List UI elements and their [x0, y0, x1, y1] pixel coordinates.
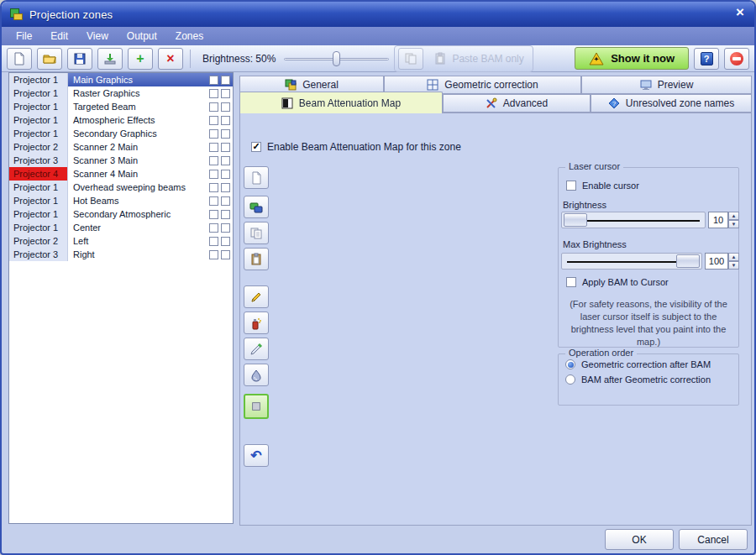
- tab-beam-attenuation-map[interactable]: Beam Attenuation Map: [239, 92, 443, 113]
- zone-checkbox[interactable]: [221, 170, 230, 179]
- zone-checkbox[interactable]: [221, 89, 230, 98]
- cursor-brightness-thumb[interactable]: [564, 213, 587, 227]
- ok-button[interactable]: OK: [605, 529, 674, 550]
- pencil-tool-button[interactable]: [244, 285, 269, 308]
- undo-button[interactable]: ↶: [244, 444, 269, 467]
- zone-row[interactable]: Projector 2Left: [9, 234, 233, 248]
- eyedropper-tool-button[interactable]: [244, 338, 269, 360]
- zone-row[interactable]: Projector 1Targeted Beam: [9, 100, 233, 113]
- zone-projector: Projector 1: [9, 86, 68, 100]
- zone-checkbox[interactable]: [221, 210, 230, 219]
- brightness-slider[interactable]: [284, 51, 389, 66]
- menu-view[interactable]: View: [77, 29, 118, 44]
- zone-checkbox[interactable]: [209, 250, 218, 259]
- paste-map-button[interactable]: [244, 248, 269, 270]
- zone-checkbox[interactable]: [209, 237, 218, 246]
- max-brightness-thumb[interactable]: [676, 254, 700, 268]
- max-brightness-value[interactable]: 100: [705, 253, 728, 270]
- zone-checkbox[interactable]: [209, 196, 218, 206]
- paste-bam-only-button[interactable]: Paste BAM only: [428, 48, 528, 70]
- operation-order-option[interactable]: BAM after Geometric correction: [565, 374, 738, 385]
- tab-unresolved-zone-names[interactable]: ? Unresolved zone names: [591, 94, 752, 113]
- plus-icon: +: [136, 53, 144, 65]
- zone-checkbox[interactable]: [209, 89, 218, 98]
- spin-up-icon[interactable]: ▲: [728, 212, 739, 220]
- apply-bam-checkbox[interactable]: [566, 277, 576, 287]
- zone-checkbox[interactable]: [221, 196, 230, 206]
- zone-checkbox[interactable]: [221, 183, 230, 192]
- cursor-brightness-slider[interactable]: [561, 212, 706, 228]
- operation-order-option[interactable]: Geometric correction after BAM: [565, 359, 738, 369]
- close-icon[interactable]: ×: [736, 5, 744, 19]
- zone-checkbox[interactable]: [221, 237, 230, 246]
- copy-button[interactable]: [398, 48, 423, 70]
- zone-row[interactable]: Projector 2Scanner 2 Main: [9, 140, 233, 154]
- menu-edit[interactable]: Edit: [41, 29, 77, 44]
- delete-zone-button[interactable]: ×: [158, 48, 183, 70]
- zone-row[interactable]: Projector 4Scanner 4 Main: [9, 167, 233, 181]
- zone-checkbox[interactable]: [209, 129, 218, 139]
- zone-checkbox[interactable]: [221, 250, 230, 259]
- menu-zones[interactable]: Zones: [166, 29, 213, 44]
- menu-file[interactable]: File: [7, 29, 41, 44]
- zone-checkbox[interactable]: [209, 102, 218, 112]
- zone-row[interactable]: Projector 3Scanner 3 Main: [9, 154, 233, 167]
- zone-checkbox[interactable]: [209, 210, 218, 219]
- zone-checkbox[interactable]: [209, 76, 218, 85]
- show-it-now-button[interactable]: Show it now: [575, 47, 689, 70]
- cancel-button[interactable]: Cancel: [679, 529, 748, 550]
- zone-row[interactable]: Projector 1Atmospheric Effects: [9, 113, 233, 127]
- zone-checkbox[interactable]: [209, 143, 218, 152]
- cursor-brightness-value[interactable]: 10: [708, 212, 728, 228]
- stop-output-button[interactable]: [724, 48, 749, 70]
- copy-between-zones-button[interactable]: [244, 196, 269, 218]
- zone-row[interactable]: Projector 1Overhead sweeping beams: [9, 181, 233, 194]
- zone-row[interactable]: Projector 1Main Graphics: [9, 73, 233, 86]
- zone-checkbox[interactable]: [209, 170, 218, 179]
- zone-row[interactable]: Projector 1Secondary Graphics: [9, 127, 233, 140]
- copy-map-button[interactable]: [244, 222, 269, 244]
- clear-map-button[interactable]: [244, 166, 269, 189]
- brightness-slider-thumb[interactable]: [333, 51, 340, 66]
- zone-checkbox[interactable]: [221, 223, 230, 233]
- projection-zones-window: Projection zones × FileEditViewOutputZon…: [0, 0, 756, 555]
- zone-row[interactable]: Projector 1Secondary Atmospheric: [9, 207, 233, 221]
- zone-row[interactable]: Projector 1Raster Graphics: [9, 86, 233, 100]
- smudge-tool-button[interactable]: [244, 364, 269, 386]
- enable-cursor-checkbox[interactable]: [566, 181, 576, 191]
- enable-bam-checkbox[interactable]: [251, 142, 261, 152]
- zone-checkbox[interactable]: [221, 116, 230, 125]
- zone-checkbox[interactable]: [209, 156, 218, 165]
- zone-row[interactable]: Projector 1Hot Beams: [9, 194, 233, 207]
- zone-checkbox[interactable]: [221, 156, 230, 165]
- tab-preview[interactable]: Preview: [581, 76, 752, 94]
- radio-button[interactable]: [565, 359, 575, 369]
- spin-up-icon[interactable]: ▲: [728, 253, 739, 261]
- zone-row[interactable]: Projector 3Right: [9, 248, 233, 261]
- max-brightness-spinner[interactable]: ▲▼: [728, 253, 739, 270]
- radio-label: Geometric correction after BAM: [581, 359, 711, 369]
- help-button[interactable]: ?: [694, 48, 719, 70]
- radio-button[interactable]: [565, 374, 575, 385]
- zone-checkbox[interactable]: [209, 116, 218, 125]
- zone-checkbox[interactable]: [221, 76, 230, 85]
- tab-advanced[interactable]: Advanced: [443, 94, 591, 113]
- zone-checkbox[interactable]: [209, 223, 218, 233]
- spin-down-icon[interactable]: ▼: [728, 220, 739, 228]
- max-brightness-slider[interactable]: [561, 253, 702, 270]
- save-button[interactable]: [67, 48, 92, 70]
- menu-output[interactable]: Output: [118, 29, 166, 44]
- spin-down-icon[interactable]: ▼: [728, 261, 739, 270]
- cursor-brightness-spinner[interactable]: ▲▼: [728, 212, 739, 228]
- zone-checkbox[interactable]: [221, 143, 230, 152]
- rectangle-tool-button[interactable]: [244, 394, 269, 419]
- zone-checkbox[interactable]: [221, 129, 230, 139]
- zone-checkbox[interactable]: [209, 183, 218, 192]
- output-button[interactable]: [97, 48, 123, 70]
- add-zone-button[interactable]: +: [128, 48, 153, 70]
- zone-row[interactable]: Projector 1Center: [9, 221, 233, 234]
- new-button[interactable]: [7, 48, 32, 70]
- zone-checkbox[interactable]: [221, 102, 230, 112]
- spray-tool-button[interactable]: [244, 312, 269, 334]
- open-button[interactable]: [37, 48, 62, 70]
